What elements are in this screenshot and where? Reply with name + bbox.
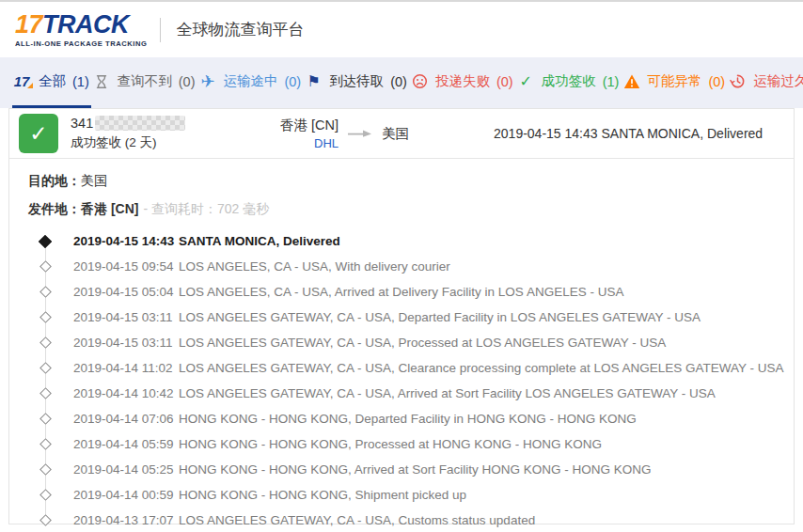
- tab-clock-history[interactable]: 运输过久(0): [727, 57, 803, 108]
- platform-title: 全球物流查询平台: [176, 19, 304, 40]
- sad-face-icon: [411, 72, 429, 90]
- event-description: SANTA MONICA, Delivered: [179, 234, 340, 248]
- check-icon: ✓: [517, 72, 535, 90]
- diamond-hollow-icon: [28, 313, 62, 321]
- event-description: LOS ANGELES GATEWAY, CA - USA, Clearance…: [179, 361, 784, 375]
- origin-label: 发件地：: [28, 201, 81, 218]
- timeline-event-row: 2019-04-15 05:04LOS ANGELES, CA - USA, A…: [9, 279, 794, 305]
- event-time: 2019-04-14 10:42: [73, 386, 179, 400]
- logo-track-text: TRACK: [42, 10, 129, 39]
- tracking-timeline: 2019-04-15 14:43SANTA MONICA, Delivered2…: [9, 228, 794, 532]
- tab-logo-17[interactable]: 17全部(1): [12, 57, 91, 108]
- tab-count: (1): [72, 74, 89, 89]
- origin-value: 香港 [CN]: [81, 201, 138, 218]
- tab-check[interactable]: ✓成功签收(1): [515, 57, 622, 108]
- event-time: 2019-04-15 05:04: [73, 285, 179, 299]
- event-time: 2019-04-14 11:02: [73, 361, 179, 375]
- event-time: 2019-04-14 05:25: [73, 462, 179, 477]
- route-arrow-icon: [348, 129, 372, 138]
- logo-subtitle: ALL-IN-ONE PACKAGE TRACKING: [15, 40, 147, 48]
- timeline-event-row: 2019-04-14 05:25HONG KONG - HONG KONG, A…: [9, 457, 794, 482]
- tab-count: (0): [179, 74, 196, 89]
- timeline-event-row: 2019-04-15 09:54LOS ANGELES, CA - USA, W…: [9, 254, 794, 279]
- timeline-event-row: 2019-04-13 17:07LOS ANGELES GATEWAY, CA …: [9, 508, 794, 532]
- tab-warning[interactable]: 可能异常(0): [621, 57, 727, 108]
- tab-count: (1): [603, 74, 620, 89]
- diamond-filled-icon: [28, 237, 62, 246]
- header-divider: [160, 18, 161, 42]
- timeline-event-row: 2019-04-14 07:06HONG KONG - HONG KONG, D…: [9, 406, 794, 431]
- status-filter-tabbar: 17全部(1)查询不到(0)✈运输途中(0)⚑到达待取(0)投递失败(0)✓成功…: [0, 57, 803, 108]
- diamond-hollow-icon: [28, 288, 62, 296]
- diamond-hollow-icon: [28, 491, 62, 499]
- event-time: 2019-04-15 03:11: [73, 310, 179, 324]
- event-time: 2019-04-15 14:43: [73, 234, 179, 248]
- event-time: 2019-04-13 17:07: [73, 513, 179, 527]
- logo-17-text: 17: [15, 10, 42, 39]
- delivered-check-icon: ✓: [19, 114, 58, 153]
- plane-icon: ✈: [198, 72, 216, 90]
- latest-event-text: 2019-04-15 14:43 SANTA MONICA, Delivered: [494, 126, 763, 141]
- event-description: LOS ANGELES GATEWAY, CA - USA, Processed…: [179, 336, 666, 350]
- diamond-hollow-icon: [28, 465, 62, 474]
- shipment-status-text: 成功签收 (2 天): [71, 134, 254, 151]
- warning-icon: [622, 72, 640, 90]
- shipment-summary-row[interactable]: ✓ 341 成功签收 (2 天) 香港 [CN] DHL 美国 2019-04-…: [9, 109, 794, 159]
- tracking-result-panel: ✓ 341 成功签收 (2 天) 香港 [CN] DHL 美国 2019-04-…: [8, 108, 795, 524]
- tab-label: 投递失败: [435, 72, 490, 90]
- event-time: 2019-04-14 00:59: [73, 488, 179, 502]
- timeline-event-row: 2019-04-15 03:11LOS ANGELES GATEWAY, CA …: [9, 330, 794, 355]
- carrier-link[interactable]: DHL: [314, 136, 339, 150]
- route-block: 香港 [CN] DHL 美国: [280, 117, 409, 150]
- diamond-hollow-icon: [28, 389, 62, 398]
- destination-place: 美国: [382, 125, 409, 143]
- tab-count: (0): [496, 74, 513, 89]
- tab-hourglass[interactable]: 查询不到(0): [91, 57, 197, 108]
- diamond-hollow-icon: [28, 415, 62, 423]
- tab-plane[interactable]: ✈运输途中(0): [197, 57, 303, 108]
- shipment-info-section: 目的地： 美国 发件地： 香港 [CN] - 查询耗时：702 毫秒: [9, 159, 794, 224]
- event-time: 2019-04-15 03:11: [73, 336, 179, 350]
- tracking-number-redacted: [95, 116, 185, 131]
- tab-flag[interactable]: ⚑到达待取(0): [303, 57, 409, 108]
- destination-row: 目的地： 美国: [28, 167, 794, 196]
- destination-label: 目的地：: [28, 173, 81, 190]
- event-description: LOS ANGELES GATEWAY, CA - USA, Arrived a…: [179, 386, 716, 400]
- diamond-hollow-icon: [28, 338, 62, 347]
- diamond-hollow-icon: [28, 516, 62, 524]
- event-description: HONG KONG - HONG KONG, Shipment picked u…: [179, 488, 466, 502]
- origin-place: 香港 [CN]: [280, 117, 339, 134]
- diamond-hollow-icon: [28, 364, 62, 372]
- query-time-note: - 查询耗时：702 毫秒: [143, 201, 269, 218]
- event-description: LOS ANGELES GATEWAY, CA - USA, Customs s…: [179, 513, 535, 527]
- event-description: HONG KONG - HONG KONG, Processed at HONG…: [179, 437, 602, 451]
- event-description: LOS ANGELES GATEWAY, CA - USA, Departed …: [179, 310, 701, 324]
- tab-label: 成功签收: [542, 72, 596, 90]
- tracking-number[interactable]: 341: [71, 116, 254, 131]
- timeline-event-row: 2019-04-14 05:59HONG KONG - HONG KONG, P…: [9, 431, 794, 457]
- event-description: HONG KONG - HONG KONG, Arrived at Sort F…: [179, 462, 652, 477]
- timeline-event-row: 2019-04-14 10:42LOS ANGELES GATEWAY, CA …: [9, 381, 794, 406]
- tab-label: 运输途中: [223, 72, 277, 90]
- origin-row: 发件地： 香港 [CN] - 查询耗时：702 毫秒: [28, 196, 794, 224]
- event-time: 2019-04-14 07:06: [73, 412, 179, 426]
- logo-wordmark: 17TRACK: [15, 12, 147, 38]
- 17track-logo[interactable]: 17TRACK ALL-IN-ONE PACKAGE TRACKING: [15, 12, 147, 48]
- tab-sad-face[interactable]: 投递失败(0): [409, 57, 515, 108]
- timeline-event-row: 2019-04-14 11:02LOS ANGELES GATEWAY, CA …: [9, 355, 794, 381]
- event-time: 2019-04-15 09:54: [73, 259, 179, 274]
- tab-count: (0): [284, 74, 301, 89]
- flag-icon: ⚑: [305, 72, 323, 90]
- tab-label: 运输过久: [753, 72, 803, 90]
- timeline-event-row: 2019-04-14 00:59HONG KONG - HONG KONG, S…: [9, 482, 794, 508]
- event-time: 2019-04-14 05:59: [73, 437, 179, 451]
- tab-count: (0): [708, 74, 725, 89]
- diamond-hollow-icon: [28, 440, 62, 448]
- event-description: LOS ANGELES, CA - USA, With delivery cou…: [179, 259, 450, 274]
- tracking-number-block: 341 成功签收 (2 天): [71, 116, 254, 151]
- tab-label: 全部: [39, 72, 66, 90]
- tracking-number-prefix: 341: [71, 116, 93, 131]
- hourglass-icon: [93, 72, 111, 90]
- logo-17-icon: 17: [14, 72, 32, 90]
- timeline-event-row: 2019-04-15 03:11LOS ANGELES GATEWAY, CA …: [9, 305, 794, 330]
